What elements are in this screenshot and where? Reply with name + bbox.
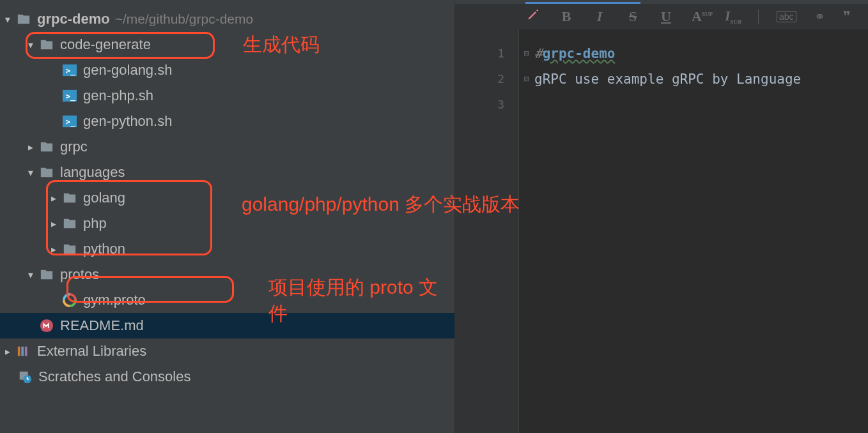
edit-pencil-icon[interactable]: [525, 8, 541, 25]
tree-item-python[interactable]: ▶python: [0, 236, 454, 262]
tree-item-label: php: [83, 215, 107, 232]
folder-icon: [63, 216, 77, 231]
chevron-down-icon: ▼: [5, 15, 14, 24]
proto-icon: [63, 293, 77, 307]
tree-item-README-md[interactable]: README.md: [0, 313, 454, 338]
tree-item-gen-golang-sh[interactable]: >_gen-golang.sh: [0, 57, 454, 83]
sh-icon: >_: [63, 114, 77, 128]
tree-item-label: grpc: [60, 139, 88, 155]
scratches-icon: [18, 370, 32, 384]
tree-item-label: languages: [60, 164, 125, 181]
tree-item-gen-php-sh[interactable]: >_gen-php.sh: [0, 83, 454, 109]
tree-item-label: code-generate: [60, 36, 151, 53]
svg-rect-9: [21, 347, 24, 356]
folder-icon: [63, 191, 77, 205]
sh-icon: >_: [63, 63, 77, 77]
md-h1-text: grpc-demo: [543, 41, 616, 66]
bold-button[interactable]: B: [559, 8, 574, 25]
tree-item-label: gen-python.sh: [83, 113, 172, 130]
line-number: 2: [455, 66, 504, 92]
quote-icon[interactable]: ❞: [843, 8, 851, 25]
strike-button[interactable]: S: [625, 8, 640, 25]
line-number: 1: [455, 41, 504, 66]
folder-icon: [63, 242, 77, 256]
external-label: External Libraries: [37, 343, 146, 360]
editor-panel: B I S U ASUP ISUB abc ⚭ ❞ 1 2 3 ⊟ # grpc…: [455, 0, 868, 433]
tree-item-languages[interactable]: ▼languages: [0, 160, 454, 185]
folder-icon: [17, 12, 31, 26]
scratches-consoles[interactable]: Scratches and Consoles: [0, 364, 454, 390]
underline-button[interactable]: U: [658, 8, 674, 25]
chevron-icon: ▶: [28, 142, 37, 151]
md-icon: [40, 319, 54, 333]
tree-item-label: protos: [60, 266, 99, 283]
tree-item-label: python: [83, 241, 125, 257]
tree-item-label: gym.proto: [83, 292, 146, 308]
folder-icon: [40, 165, 54, 179]
folder-icon: [40, 140, 54, 154]
italic-button[interactable]: I: [592, 8, 607, 25]
code-area[interactable]: ⊟ # grpc-demo ⊟ gRPC use example gRPC by…: [519, 29, 868, 433]
subscript-button[interactable]: ISUB: [725, 8, 740, 25]
fold-icon[interactable]: ⊟: [524, 41, 533, 66]
tree-root[interactable]: ▼ grpc-demo ~/me/github/grpc-demo: [0, 6, 454, 32]
tree-item-label: gen-php.sh: [83, 87, 153, 104]
chevron-icon: ▼: [28, 40, 37, 49]
svg-text:>_: >_: [66, 117, 76, 127]
libraries-icon: [17, 344, 31, 358]
superscript-button[interactable]: ASUP: [692, 8, 707, 25]
svg-rect-8: [18, 347, 20, 356]
chevron-icon: ▼: [28, 270, 37, 279]
tree-item-code-generate[interactable]: ▼code-generate: [0, 32, 454, 57]
tree-item-grpc[interactable]: ▶grpc: [0, 134, 454, 160]
tree-item-gym-proto[interactable]: gym.proto: [0, 287, 454, 313]
tree-item-label: README.md: [60, 317, 144, 334]
project-tree-panel: ▼ grpc-demo ~/me/github/grpc-demo ▼code-…: [0, 0, 455, 433]
tree-item-protos[interactable]: ▼protos: [0, 262, 454, 287]
tree-item-php[interactable]: ▶php: [0, 211, 454, 236]
line-gutter: 1 2 3: [455, 29, 519, 433]
toolbar-divider: [758, 10, 759, 24]
fold-icon[interactable]: ⊟: [524, 66, 533, 92]
tree-item-gen-python-sh[interactable]: >_gen-python.sh: [0, 109, 454, 134]
markdown-toolbar: B I S U ASUP ISUB abc ⚭ ❞: [455, 4, 868, 29]
sh-icon: >_: [63, 89, 77, 103]
scratches-label: Scratches and Consoles: [38, 368, 190, 385]
folder-icon: [40, 38, 54, 52]
chevron-icon: ▶: [51, 245, 60, 254]
md-hash: #: [534, 41, 543, 66]
root-label: grpc-demo: [37, 11, 110, 27]
tree-item-golang[interactable]: ▶golang: [0, 185, 454, 211]
tree-item-label: gen-golang.sh: [83, 62, 172, 79]
link-icon[interactable]: ⚭: [814, 9, 825, 24]
svg-rect-10: [25, 347, 27, 356]
code-text: gRPC use example gRPC by Language: [534, 66, 801, 92]
svg-text:>_: >_: [66, 91, 76, 102]
root-path: ~/me/github/grpc-demo: [115, 11, 254, 27]
line-number: 3: [455, 92, 504, 118]
chevron-icon: ▶: [51, 219, 60, 228]
svg-text:>_: >_: [66, 66, 76, 76]
chevron-right-icon: ▶: [5, 347, 14, 356]
external-libraries[interactable]: ▶ External Libraries: [0, 338, 454, 364]
chevron-icon: ▶: [51, 194, 60, 202]
abc-button[interactable]: abc: [777, 11, 796, 22]
chevron-icon: ▼: [28, 168, 37, 177]
tree-item-label: golang: [83, 190, 125, 206]
folder-icon: [40, 268, 54, 282]
